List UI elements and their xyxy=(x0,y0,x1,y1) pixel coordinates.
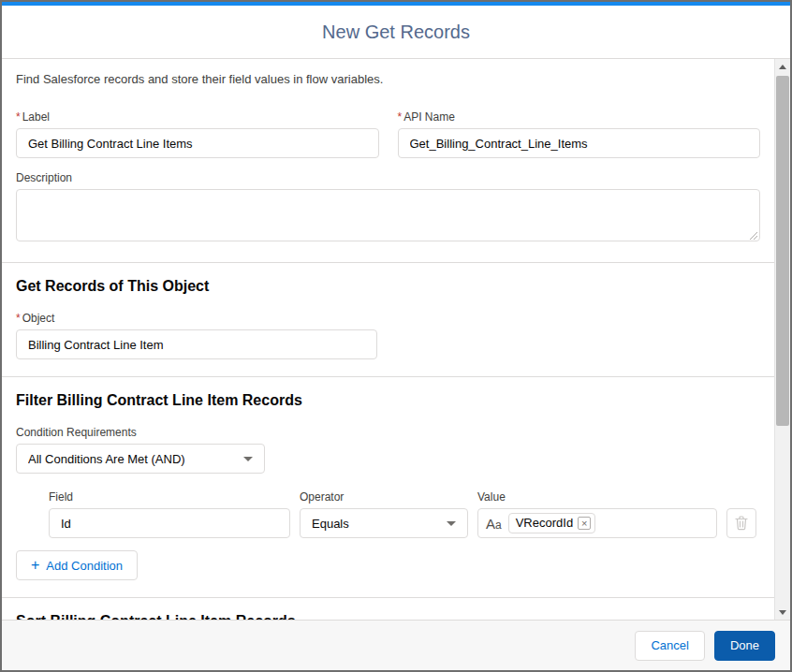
object-field-group: *Object xyxy=(16,312,760,359)
required-marker: * xyxy=(16,312,21,325)
cancel-button[interactable]: Cancel xyxy=(635,631,704,661)
condition-block: Field Operator Equals Value Aa xyxy=(49,490,760,580)
condition-field-label: Field xyxy=(49,490,290,504)
sort-section-heading: Sort Billing Contract Line Item Records xyxy=(16,613,760,620)
intro-text: Find Salesforce records and store their … xyxy=(16,72,760,86)
api-name-field-label: *API Name xyxy=(398,110,761,124)
section-divider xyxy=(2,376,774,377)
condition-requirements-select[interactable]: All Conditions Are Met (AND) xyxy=(16,444,265,474)
done-button[interactable]: Done xyxy=(714,631,775,661)
section-divider xyxy=(2,597,774,598)
label-field-label: *Label xyxy=(16,110,379,124)
scrollbar-thumb[interactable] xyxy=(776,76,789,426)
label-field-group: *Label xyxy=(16,110,379,158)
condition-value-combobox[interactable]: Aa VRecordId × xyxy=(477,508,717,538)
description-field-label: Description xyxy=(16,171,760,184)
label-input[interactable] xyxy=(16,128,379,158)
text-type-icon: Aa xyxy=(486,517,502,531)
scrollbar-up-arrow-icon[interactable] xyxy=(775,59,790,74)
modal-footer: Cancel Done xyxy=(2,620,790,670)
scrollbar-down-arrow-icon[interactable] xyxy=(775,605,790,620)
condition-value-label: Value xyxy=(477,490,717,504)
remove-pill-icon[interactable]: × xyxy=(578,517,591,530)
api-name-input[interactable] xyxy=(398,128,761,158)
label-apiname-row: *Label *API Name xyxy=(16,110,760,158)
scrollbar-track[interactable] xyxy=(775,74,790,605)
modal-title: New Get Records xyxy=(322,22,470,43)
modal-body-content: Find Salesforce records and store their … xyxy=(2,59,774,620)
modal-body: Find Salesforce records and store their … xyxy=(2,59,790,620)
condition-requirements-value: All Conditions Are Met (AND) xyxy=(28,452,236,466)
description-field-group: Description xyxy=(16,171,760,245)
condition-row: Field Operator Equals Value Aa xyxy=(49,490,760,538)
condition-field-input[interactable] xyxy=(49,508,290,538)
condition-requirements-label: Condition Requirements xyxy=(16,426,760,439)
add-condition-label: Add Condition xyxy=(46,559,123,573)
condition-value-group: Value Aa VRecordId × xyxy=(477,490,717,538)
chevron-down-icon xyxy=(447,521,456,526)
required-marker: * xyxy=(16,110,21,124)
object-section-heading: Get Records of This Object xyxy=(16,278,760,295)
value-pill[interactable]: VRecordId × xyxy=(508,513,595,533)
delete-condition-button[interactable] xyxy=(726,508,756,538)
condition-operator-select[interactable]: Equals xyxy=(300,508,468,538)
filter-section-heading: Filter Billing Contract Line Item Record… xyxy=(16,392,760,409)
vertical-scrollbar[interactable] xyxy=(774,59,790,620)
required-marker: * xyxy=(398,110,403,124)
api-name-field-group: *API Name xyxy=(398,110,761,158)
condition-operator-label: Operator xyxy=(300,490,468,504)
modal-header: New Get Records xyxy=(2,6,790,59)
chevron-down-icon xyxy=(243,457,253,461)
object-field-label: *Object xyxy=(16,312,760,325)
plus-icon: + xyxy=(31,558,39,573)
object-input[interactable] xyxy=(16,329,377,359)
condition-operator-group: Operator Equals xyxy=(300,490,468,538)
new-get-records-modal: New Get Records Find Salesforce records … xyxy=(0,0,792,672)
section-divider xyxy=(2,262,774,263)
condition-field-group: Field xyxy=(49,490,290,538)
trash-icon xyxy=(735,516,748,531)
condition-requirements-group: Condition Requirements All Conditions Ar… xyxy=(16,426,760,474)
add-condition-button[interactable]: + Add Condition xyxy=(16,550,138,580)
description-textarea-wrap xyxy=(16,189,760,245)
value-pill-label: VRecordId xyxy=(516,516,573,531)
description-textarea[interactable] xyxy=(16,189,760,241)
condition-operator-value: Equals xyxy=(312,517,439,531)
